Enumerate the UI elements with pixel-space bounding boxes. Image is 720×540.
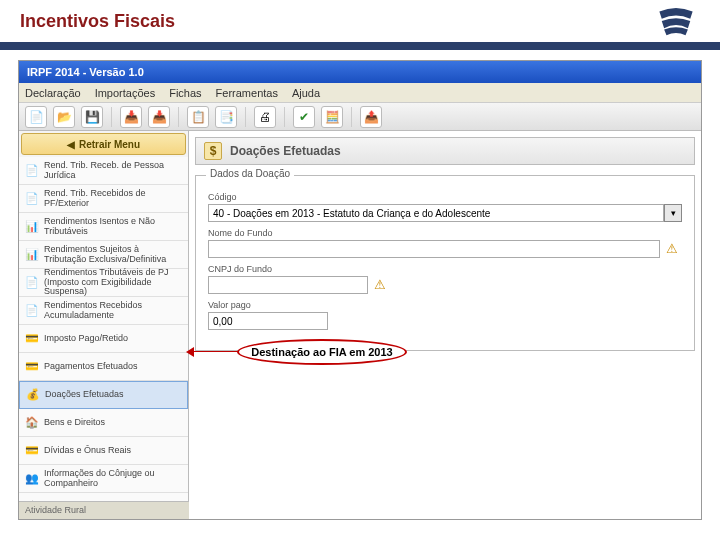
collapse-menu-button[interactable]: ◀ Retrair Menu	[21, 133, 186, 155]
menubar: Declaração Importações Fichas Ferramenta…	[19, 83, 701, 103]
callout-arrow	[181, 351, 241, 353]
cnpj-label: CNPJ do Fundo	[208, 264, 682, 274]
sidebar-item-icon: 📄	[25, 304, 39, 318]
sidebar-item-label: Imposto Pago/Retido	[44, 334, 128, 343]
toolbar: 📄 📂 💾 📥 📥 📋 📑 🖨 ✔ 🧮 📤	[19, 103, 701, 131]
sidebar-item-icon: 📄	[25, 164, 39, 178]
save-icon[interactable]: 💾	[81, 106, 103, 128]
callout-text: Destinação ao FIA em 2013	[251, 346, 392, 358]
sidebar-item-label: Rendimentos Tributáveis de PJ (Imposto c…	[44, 268, 182, 296]
sidebar-item-icon: 📄	[25, 192, 39, 206]
chevron-left-icon: ◀	[67, 139, 75, 150]
sidebar-item-icon: 🏠	[25, 416, 39, 430]
valor-input[interactable]: 0,00	[208, 312, 328, 330]
menu-declaracao[interactable]: Declaração	[25, 87, 81, 99]
import2-icon[interactable]: 📥	[148, 106, 170, 128]
new-icon[interactable]: 📄	[25, 106, 47, 128]
sidebar-item-label: Bens e Direitos	[44, 418, 105, 427]
cnpj-input[interactable]	[208, 276, 368, 294]
sidebar-item-label: Rend. Trib. Recebidos de PF/Exterior	[44, 189, 182, 208]
sidebar-item[interactable]: 📄Rendimentos Recebidos Acumuladamente	[19, 297, 188, 325]
valor-label: Valor pago	[208, 300, 682, 310]
group-legend: Dados da Doação	[206, 168, 294, 179]
window-title: IRPF 2014 - Versão 1.0	[27, 66, 144, 78]
sidebar-item[interactable]: 💳Dívidas e Ônus Reais	[19, 437, 188, 465]
check-icon[interactable]: ✔	[293, 106, 315, 128]
sidebar-item-icon: 💰	[26, 388, 40, 402]
calc-icon[interactable]: 🧮	[321, 106, 343, 128]
main-panel: $ Doações Efetuadas Dados da Doação Códi…	[189, 131, 701, 519]
dados-doacao-group: Dados da Doação Código 40 - Doações em 2…	[195, 175, 695, 351]
warning-icon: ⚠	[374, 277, 390, 293]
panel-title: Doações Efetuadas	[230, 144, 341, 158]
menu-ferramentas[interactable]: Ferramentas	[216, 87, 278, 99]
sidebar-item-label: Rendimentos Isentos e Não Tributáveis	[44, 217, 182, 236]
sidebar-item-label: Pagamentos Efetuados	[44, 362, 138, 371]
slide-title: Incentivos Fiscais	[20, 11, 175, 32]
warning-icon: ⚠	[666, 241, 682, 257]
sidebar: ◀ Retrair Menu 📄Rend. Trib. Receb. de Pe…	[19, 131, 189, 519]
sidebar-item[interactable]: 🏠Bens e Direitos	[19, 409, 188, 437]
nome-fundo-label: Nome do Fundo	[208, 228, 682, 238]
sidebar-bottom-item[interactable]: Atividade Rural	[19, 501, 189, 519]
sidebar-item[interactable]: 👥Informações do Cônjuge ou Companheiro	[19, 465, 188, 493]
sidebar-item[interactable]: 💳Imposto Pago/Retido	[19, 325, 188, 353]
sidebar-item-label: Rendimentos Recebidos Acumuladamente	[44, 301, 182, 320]
sidebar-item-icon: 📄	[25, 276, 39, 290]
menu-fichas[interactable]: Fichas	[169, 87, 201, 99]
sidebar-item[interactable]: 📊Rendimentos Isentos e Não Tributáveis	[19, 213, 188, 241]
import1-icon[interactable]: 📥	[120, 106, 142, 128]
sidebar-item-label: Informações do Cônjuge ou Companheiro	[44, 469, 182, 488]
sidebar-item[interactable]: 📄Rend. Trib. Receb. de Pessoa Jurídica	[19, 157, 188, 185]
print-icon[interactable]: 🖨	[254, 106, 276, 128]
sidebar-item-label: Rendimentos Sujeitos à Tributação Exclus…	[44, 245, 182, 264]
sidebar-item-icon: 👥	[25, 472, 39, 486]
receita-federal-logo	[652, 2, 700, 40]
sidebar-item-icon: 💳	[25, 332, 39, 346]
codigo-label: Código	[208, 192, 682, 202]
nome-fundo-input[interactable]	[208, 240, 660, 258]
sidebar-item-icon: 📊	[25, 220, 39, 234]
sidebar-item[interactable]: 📊Rendimentos Sujeitos à Tributação Exclu…	[19, 241, 188, 269]
menu-importacoes[interactable]: Importações	[95, 87, 156, 99]
codigo-select[interactable]: 40 - Doações em 2013 - Estatuto da Crian…	[208, 204, 664, 222]
sidebar-item-label: Rend. Trib. Receb. de Pessoa Jurídica	[44, 161, 182, 180]
sidebar-item-icon: 💳	[25, 360, 39, 374]
sidebar-item-icon: 💳	[25, 444, 39, 458]
sidebar-item[interactable]: 📄Rend. Trib. Recebidos de PF/Exterior	[19, 185, 188, 213]
sidebar-item[interactable]: 💳Pagamentos Efetuados	[19, 353, 188, 381]
menu-ajuda[interactable]: Ajuda	[292, 87, 320, 99]
open-icon[interactable]: 📂	[53, 106, 75, 128]
panel-header: $ Doações Efetuadas	[195, 137, 695, 165]
sidebar-item-label: Dívidas e Ônus Reais	[44, 446, 131, 455]
callout-oval: Destinação ao FIA em 2013	[237, 339, 407, 365]
chevron-down-icon[interactable]: ▾	[664, 204, 682, 222]
sidebar-item-icon: 📊	[25, 248, 39, 262]
list-icon[interactable]: 📑	[215, 106, 237, 128]
sidebar-item[interactable]: 💰Doações Efetuadas	[19, 381, 188, 409]
sidebar-item[interactable]: 📄Rendimentos Tributáveis de PJ (Imposto …	[19, 269, 188, 297]
sidebar-item-label: Doações Efetuadas	[45, 390, 124, 399]
app-screenshot: IRPF 2014 - Versão 1.0 Declaração Import…	[18, 60, 702, 520]
money-icon: $	[204, 142, 222, 160]
window-titlebar: IRPF 2014 - Versão 1.0	[19, 61, 701, 83]
send-icon[interactable]: 📤	[360, 106, 382, 128]
doc-icon[interactable]: 📋	[187, 106, 209, 128]
